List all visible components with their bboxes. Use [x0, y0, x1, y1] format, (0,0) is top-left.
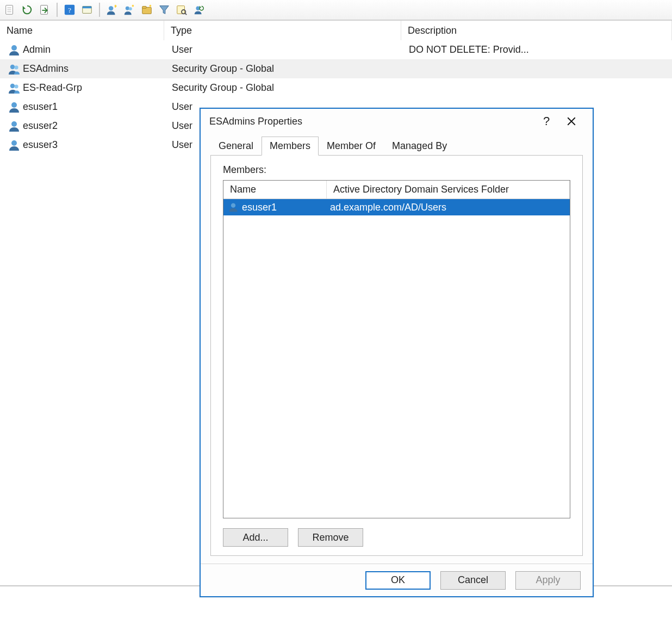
properties-icon[interactable] [79, 2, 95, 17]
filter-icon[interactable] [157, 2, 172, 17]
col-header-type[interactable]: Type [164, 21, 401, 40]
tabstrip: General Members Member Of Managed By [210, 136, 583, 156]
members-list: Name Active Directory Domain Services Fo… [223, 180, 570, 518]
user-icon [227, 202, 240, 213]
cancel-button[interactable]: Cancel [440, 571, 506, 590]
dialog-titlebar[interactable]: ESAdmins Properties ? [201, 109, 593, 134]
row-type: User [172, 101, 192, 113]
dialog-title: ESAdmins Properties [209, 116, 534, 127]
add-group-icon[interactable] [122, 2, 137, 17]
row-name: esuser3 [23, 139, 58, 151]
list-row[interactable]: AdminUserDO NOT DELETE: Provid... [0, 40, 672, 59]
tab-member-of[interactable]: Member Of [319, 137, 384, 156]
tab-general[interactable]: General [210, 137, 262, 156]
refresh-icon[interactable] [20, 2, 35, 17]
members-label: Members: [223, 164, 570, 176]
user-icon [8, 44, 21, 57]
row-type: Security Group - Global [172, 63, 274, 75]
group-icon [8, 82, 21, 95]
list-header: Name Type Description [0, 21, 672, 40]
list-row[interactable]: ES-Read-GrpSecurity Group - Global [0, 78, 672, 97]
row-desc: DO NOT DELETE: Provid... [409, 44, 529, 55]
tab-content-members: Members: Name Active Directory Domain Se… [210, 156, 583, 556]
new-ou-icon[interactable] [139, 2, 154, 17]
sheet-icon[interactable] [2, 2, 17, 17]
user-icon [8, 139, 21, 152]
tab-members[interactable]: Members [262, 137, 319, 156]
row-type: User [172, 139, 192, 151]
row-name: Admin [23, 44, 51, 55]
dialog-footer: OK Cancel Apply [201, 564, 593, 596]
remove-button[interactable]: Remove [298, 528, 363, 547]
help-icon[interactable] [62, 2, 77, 17]
row-name: ES-Read-Grp [23, 82, 82, 94]
row-name: esuser1 [23, 101, 58, 113]
add-button[interactable]: Add... [223, 528, 288, 547]
properties-dialog: ESAdmins Properties ? General Members Me… [200, 108, 594, 597]
toolbar [0, 0, 672, 21]
row-name: ESAdmins [23, 63, 69, 75]
members-row[interactable]: esuser1ad.example.com/AD/Users [223, 199, 570, 215]
toolbar-separator [57, 3, 58, 17]
ok-button[interactable]: OK [365, 571, 431, 590]
group-icon [8, 63, 21, 76]
row-type: User [172, 120, 192, 132]
export-icon[interactable] [37, 2, 52, 17]
member-folder: ad.example.com/AD/Users [330, 202, 446, 213]
row-name: esuser2 [23, 120, 58, 132]
member-name: esuser1 [242, 202, 277, 213]
toolbar-separator [99, 3, 100, 17]
apply-button[interactable]: Apply [515, 571, 581, 590]
dialog-help-button[interactable]: ? [534, 109, 559, 134]
user-icon [8, 101, 21, 114]
user-icon [8, 120, 21, 133]
col-header-description[interactable]: Description [401, 21, 672, 40]
members-col-folder[interactable]: Active Directory Domain Services Folder [327, 181, 570, 199]
members-col-name[interactable]: Name [223, 181, 327, 199]
close-icon [567, 116, 576, 126]
row-type: Security Group - Global [172, 82, 274, 94]
dialog-close-button[interactable] [559, 109, 584, 134]
list-row[interactable]: ESAdminsSecurity Group - Global [0, 59, 672, 78]
find-icon[interactable] [174, 2, 189, 17]
refresh-users-icon[interactable] [191, 2, 207, 17]
members-list-header: Name Active Directory Domain Services Fo… [223, 181, 570, 199]
col-header-name[interactable]: Name [0, 21, 164, 40]
tab-managed-by[interactable]: Managed By [384, 137, 455, 156]
add-user-icon[interactable] [104, 2, 120, 17]
row-type: User [172, 44, 192, 55]
